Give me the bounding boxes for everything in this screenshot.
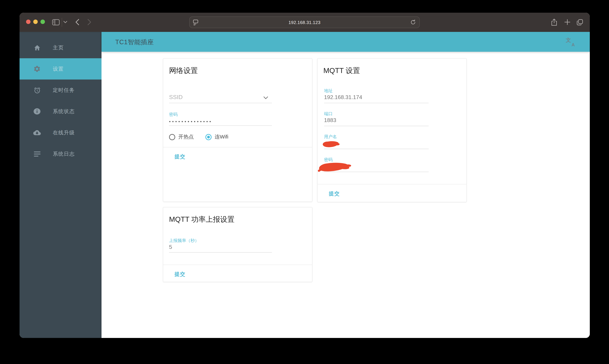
browser-toolbar: 192.168.31.123: [20, 13, 590, 32]
address-bar[interactable]: 192.168.31.123: [189, 16, 420, 28]
info-icon: [33, 108, 41, 115]
mqtt-power-report-card: MQTT 功率上报设置 上报频率（秒） 5 提交: [163, 207, 312, 282]
chevron-down-icon[interactable]: [64, 21, 67, 23]
report-frequency-label: 上报频率（秒）: [169, 238, 199, 244]
cloud-download-icon: [33, 129, 41, 136]
settings-page: 网络设置 SSID 密码 •••••••••••••• 开热点: [102, 52, 590, 338]
sidebar-item-home[interactable]: 主页: [20, 37, 102, 58]
input-underline: [169, 252, 272, 253]
browser-window: 192.168.31.123 主页: [20, 13, 590, 338]
card-title: MQTT 设置: [323, 66, 360, 75]
password-field[interactable]: ••••••••••••••: [169, 119, 212, 124]
sidebar-toggle-icon[interactable]: [52, 19, 60, 26]
back-icon[interactable]: [75, 19, 79, 25]
report-frequency-field[interactable]: 5: [169, 244, 172, 250]
app-header: TC1智能插座 文 A: [102, 32, 590, 52]
sidebar-item-label: 系统状态: [53, 108, 75, 115]
alarm-icon: [33, 86, 41, 94]
sidebar-item-settings[interactable]: 设置: [20, 58, 102, 79]
input-underline: [169, 103, 272, 103]
input-underline: [324, 149, 429, 149]
card-title: 网络设置: [169, 66, 198, 75]
power-submit-button[interactable]: 提交: [174, 271, 185, 278]
zoom-window-button[interactable]: [40, 20, 45, 24]
toolbar-divider: [62, 18, 62, 27]
username-label: 用户名: [324, 134, 337, 140]
input-underline: [169, 125, 272, 126]
sidebar-item-logs[interactable]: 系统日志: [20, 143, 102, 165]
redaction-scribble-password: [318, 161, 353, 172]
sidebar-item-schedule[interactable]: 定时任务: [20, 79, 102, 101]
refresh-icon[interactable]: [410, 19, 416, 26]
minimize-window-button[interactable]: [33, 20, 38, 24]
password-label: 密码: [169, 112, 178, 117]
log-lines-icon: [33, 150, 41, 158]
page-title: TC1智能插座: [115, 32, 154, 52]
card-divider: [163, 265, 312, 265]
forward-icon[interactable]: [87, 19, 91, 25]
screenshot-stage: 192.168.31.123 主页: [0, 0, 609, 364]
sidebar-item-label: 主页: [53, 44, 64, 51]
radio-circle: [169, 134, 175, 140]
radio-hotspot[interactable]: 开热点: [169, 134, 194, 140]
home-icon: [33, 44, 41, 52]
url-text: 192.168.31.123: [190, 17, 419, 28]
gear-icon: [33, 65, 41, 73]
network-settings-card: 网络设置 SSID 密码 •••••••••••••• 开热点: [163, 58, 312, 202]
card-title: MQTT 功率上报设置: [169, 215, 235, 224]
address-label: 地址: [324, 88, 333, 94]
radio-circle: [205, 134, 212, 140]
close-window-button[interactable]: [26, 20, 30, 24]
ssid-select[interactable]: SSID: [169, 94, 183, 101]
redaction-scribble-username: [321, 140, 341, 148]
mqtt-settings-card: MQTT 设置 地址 192.168.31.174 端口 1883 用户名 密码: [317, 58, 467, 202]
share-icon[interactable]: [551, 18, 557, 26]
port-label: 端口: [324, 111, 333, 117]
new-tab-icon[interactable]: [564, 19, 570, 25]
input-underline: [324, 126, 429, 126]
card-divider: [163, 147, 312, 147]
sidebar-nav: 主页 设置 定时任务 系统状态: [20, 32, 102, 338]
tab-overview-icon[interactable]: [576, 18, 584, 26]
sidebar-item-label: 定时任务: [53, 87, 75, 93]
wifi-mode-radio-group: 开热点 连Wifi: [169, 134, 240, 140]
sidebar-item-label: 系统日志: [53, 151, 75, 157]
mqtt-submit-button[interactable]: 提交: [329, 191, 340, 197]
sidebar-item-label: 设置: [53, 66, 64, 72]
input-underline: [324, 103, 429, 103]
radio-wifi[interactable]: 连Wifi: [205, 134, 228, 140]
sidebar-item-label: 在线升级: [53, 130, 75, 136]
sidebar-item-status[interactable]: 系统状态: [20, 101, 102, 122]
network-submit-button[interactable]: 提交: [174, 154, 185, 160]
address-field[interactable]: 192.168.31.174: [324, 94, 362, 100]
port-field[interactable]: 1883: [324, 117, 336, 123]
chevron-down-icon[interactable]: [263, 95, 268, 101]
translate-icon[interactable]: 文 A: [566, 38, 575, 47]
card-divider: [318, 184, 466, 184]
sidebar-item-upgrade[interactable]: 在线升级: [20, 122, 102, 143]
